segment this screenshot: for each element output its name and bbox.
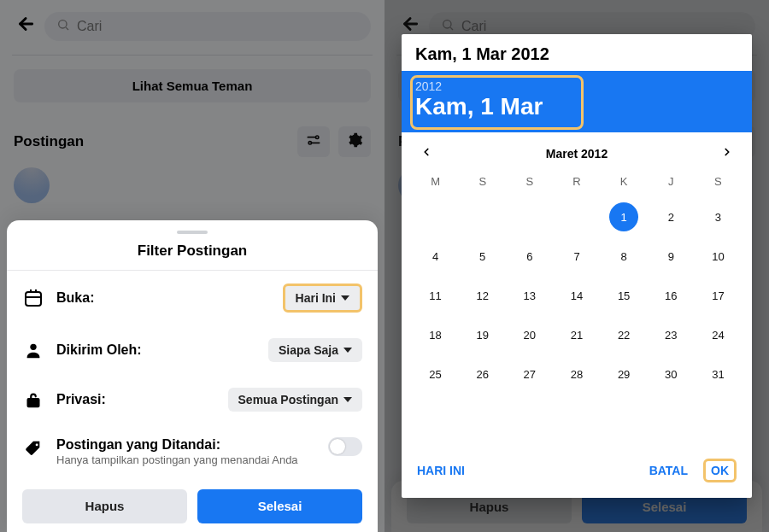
calendar-day[interactable]: 1 xyxy=(601,202,648,232)
calendar-icon xyxy=(22,288,44,308)
search-input[interactable]: Cari xyxy=(44,12,371,41)
calendar-day[interactable]: 24 xyxy=(695,319,742,350)
dow-label: J xyxy=(648,170,695,193)
cancel-button[interactable]: BATAL xyxy=(649,464,688,477)
section-title: Postingan xyxy=(14,133,84,150)
calendar-day[interactable]: 13 xyxy=(506,280,553,311)
calendar-day[interactable]: 6 xyxy=(506,241,553,272)
back-button[interactable] xyxy=(14,13,36,41)
dow-label: S xyxy=(506,170,553,193)
calendar-day[interactable]: 2 xyxy=(648,202,695,232)
calendar-day[interactable]: 17 xyxy=(695,280,742,311)
left-pane: Cari Lihat Semua Teman Postingan xyxy=(0,0,384,532)
calendar-day[interactable]: 29 xyxy=(601,359,648,389)
tag-icon xyxy=(22,437,44,458)
dow-label: R xyxy=(553,170,600,193)
calendar-day[interactable]: 12 xyxy=(459,280,506,311)
today-button[interactable]: HARI INI xyxy=(417,464,465,477)
svg-point-6 xyxy=(36,443,38,446)
calendar-day[interactable]: 19 xyxy=(459,319,506,350)
chevron-down-icon xyxy=(343,348,352,353)
dow-label: M xyxy=(412,170,459,193)
calendar-day[interactable]: 22 xyxy=(601,319,648,350)
filter-privacy-dropdown[interactable]: Semua Postingan xyxy=(228,388,362,412)
calendar-day[interactable]: 15 xyxy=(601,280,648,311)
filter-tagged-label: Postingan yang Ditandai: xyxy=(56,437,316,453)
dow-label: S xyxy=(459,170,506,193)
date-picker-title: Kam, 1 Mar 2012 xyxy=(402,34,752,71)
tagged-only-toggle[interactable] xyxy=(328,437,362,456)
filter-sent-row: Dikirim Oleh: Siapa Saja xyxy=(22,325,362,375)
date-picker-dialog: Kam, 1 Mar 2012 2012 Kam, 1 Mar Maret 20… xyxy=(402,34,752,498)
right-pane: Cari Lihat Semua Teman Postingan Hapus S… xyxy=(384,0,769,532)
filters-button[interactable] xyxy=(297,126,330,157)
calendar-day[interactable]: 27 xyxy=(506,359,553,389)
svg-rect-5 xyxy=(28,399,39,406)
done-button[interactable]: Selesai xyxy=(197,489,362,523)
svg-point-4 xyxy=(30,344,36,350)
calendar-day[interactable]: 26 xyxy=(459,359,506,389)
date-picker-header[interactable]: 2012 Kam, 1 Mar xyxy=(402,71,752,132)
calendar-day[interactable]: 20 xyxy=(506,319,553,350)
see-all-friends-button[interactable]: Lihat Semua Teman xyxy=(14,69,371,102)
gear-icon xyxy=(346,132,363,152)
calendar-day[interactable]: 14 xyxy=(553,280,600,311)
filter-sent-dropdown[interactable]: Siapa Saja xyxy=(268,338,362,362)
top-bar: Cari xyxy=(0,0,384,53)
person-icon xyxy=(22,341,44,360)
composer-row xyxy=(0,167,384,203)
date-picker-day[interactable]: Kam, 1 Mar xyxy=(415,93,738,120)
divider xyxy=(12,55,373,56)
sliders-icon xyxy=(305,132,322,152)
calendar-day[interactable]: 10 xyxy=(695,241,742,272)
filter-tagged-row: Postingan yang Ditandai: Hanya tampilkan… xyxy=(22,424,362,481)
calendar-day[interactable]: 11 xyxy=(412,280,459,311)
svg-rect-3 xyxy=(26,292,41,306)
settings-button[interactable] xyxy=(338,126,371,157)
posts-section-header: Postingan xyxy=(0,102,384,167)
month-label: Maret 2012 xyxy=(546,147,608,161)
date-picker-year[interactable]: 2012 xyxy=(415,79,738,93)
sheet-handle[interactable] xyxy=(177,231,208,234)
dow-label: S xyxy=(695,170,742,193)
calendar-day[interactable]: 8 xyxy=(601,241,648,272)
filter-open-row: Buka: Hari Ini xyxy=(22,271,362,325)
svg-point-0 xyxy=(59,20,67,28)
filter-open-dropdown[interactable]: Hari Ini xyxy=(283,284,362,313)
calendar-day[interactable]: 31 xyxy=(695,359,742,389)
calendar-day[interactable]: 28 xyxy=(553,359,600,389)
ok-button[interactable]: OK xyxy=(703,459,737,482)
unlock-icon xyxy=(22,390,44,409)
calendar-day[interactable]: 7 xyxy=(553,241,600,272)
filter-privacy-label: Privasi: xyxy=(56,392,106,407)
filter-open-label: Buka: xyxy=(56,290,94,306)
calendar-day[interactable]: 4 xyxy=(412,241,459,272)
filter-tagged-sub: Hanya tampilkan postingan yang menandai … xyxy=(56,453,316,468)
calendar-day[interactable]: 5 xyxy=(459,241,506,272)
chevron-down-icon xyxy=(343,397,352,402)
calendar-day[interactable]: 18 xyxy=(412,319,459,350)
next-month-button[interactable] xyxy=(721,146,733,161)
svg-point-2 xyxy=(308,142,311,144)
calendar-day[interactable]: 3 xyxy=(695,202,742,232)
dow-label: K xyxy=(601,170,648,193)
calendar-day[interactable]: 9 xyxy=(648,241,695,272)
calendar-day[interactable]: 25 xyxy=(412,359,459,389)
svg-point-1 xyxy=(316,136,319,138)
avatar xyxy=(14,167,50,203)
calendar-day[interactable]: 23 xyxy=(648,319,695,350)
sheet-title: Filter Postingan xyxy=(22,243,362,260)
prev-month-button[interactable] xyxy=(420,146,432,161)
calendar-day[interactable]: 16 xyxy=(648,280,695,311)
calendar-day[interactable]: 21 xyxy=(553,319,600,350)
calendar-day[interactable]: 30 xyxy=(648,359,695,389)
filter-sent-label: Dikirim Oleh: xyxy=(56,342,142,358)
chevron-down-icon xyxy=(341,295,349,301)
calendar-grid: MSSRKJS123456789101112131415161718192021… xyxy=(402,167,752,389)
clear-button[interactable]: Hapus xyxy=(22,489,187,523)
filter-privacy-row: Privasi: Semua Postingan xyxy=(22,375,362,424)
search-icon xyxy=(56,18,70,35)
filter-posts-sheet: Filter Postingan Buka: Hari Ini Dikirim … xyxy=(7,220,378,532)
search-placeholder: Cari xyxy=(77,19,102,34)
